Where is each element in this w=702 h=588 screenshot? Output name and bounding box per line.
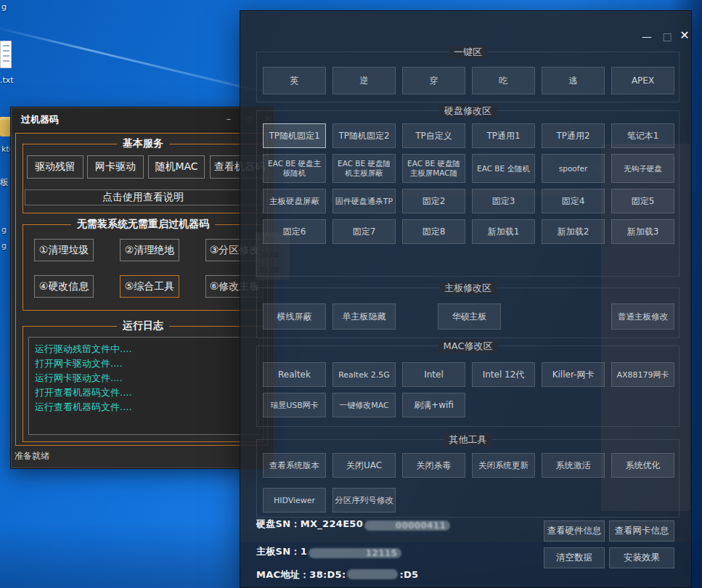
machine-code-window-title: 过机器码 <box>21 113 59 126</box>
log-line: 打开查看机器码文件.... <box>35 385 253 400</box>
group-run-log: 运行日志 运行驱动残留文件中.... 打开网卡驱动文件.... 运行网卡驱动文件… <box>23 326 264 442</box>
other-btn-sysver[interactable]: 查看系统版本 <box>263 453 326 478</box>
clean-trash-button[interactable]: ①清理垃圾 <box>34 239 94 261</box>
maximize-icon[interactable]: □ <box>658 28 676 44</box>
disk-btn-r1c5[interactable]: 无钩子硬盘 <box>611 154 674 183</box>
log-line: 运行网卡驱动文件.... <box>35 371 253 385</box>
usage-help-button[interactable]: 点击使用查看说明 <box>25 189 261 205</box>
other-btn-optimize[interactable]: 系统优化 <box>611 453 674 478</box>
mac-btn-killer[interactable]: Killer-网卡 <box>542 362 605 387</box>
random-mac-button[interactable]: 随机MAC <box>148 155 205 179</box>
minimize-icon[interactable]: — <box>638 28 656 44</box>
text-file-label[interactable]: .txt <box>0 75 14 85</box>
disk-btn-r2c0[interactable]: 主板硬盘屏蔽 <box>263 189 326 213</box>
close-icon[interactable]: ✕ <box>676 28 693 44</box>
mac-btn-wifi[interactable]: 刷满+wifi <box>402 393 465 417</box>
disk-btn-r0c3[interactable]: TP通用1 <box>472 123 535 148</box>
mac-btn-realtek25g[interactable]: Realtek 2.5G <box>332 362 396 387</box>
mac-btn-intel[interactable]: Intel <box>402 362 465 387</box>
combined-tools-button[interactable]: ⑤综合工具 <box>120 275 179 298</box>
disk-btn-r0c4[interactable]: TP通用2 <box>542 123 605 148</box>
run-log-panel[interactable]: 运行驱动残留文件中.... 打开网卡驱动文件.... 运行网卡驱动文件.... … <box>28 337 259 435</box>
other-btn-activate[interactable]: 系统激活 <box>542 453 605 478</box>
other-btn-uac[interactable]: 关闭UAC <box>332 453 396 478</box>
clear-data-button[interactable]: 清空数据 <box>544 547 605 568</box>
driver-residue-button[interactable]: 驱动残留 <box>27 155 83 179</box>
mac-address-row: MAC地址：38:D5::D5 <box>256 568 418 581</box>
mac-value: 38:D5: <box>309 569 346 580</box>
mac-redaction <box>347 569 398 579</box>
other-btn-update[interactable]: 关闭系统更新 <box>472 453 535 478</box>
section-disk-title: 硬盘修改区 <box>439 105 497 118</box>
disk-btn-r0c2[interactable]: TP自定义 <box>402 123 465 148</box>
onekey-btn-4[interactable]: 逃 <box>542 67 605 94</box>
nic-driver-button[interactable]: 网卡驱动 <box>87 155 144 179</box>
disk-btn-r0c0[interactable]: TP随机固定1 <box>263 123 326 148</box>
board-btn-1[interactable]: 单主板隐藏 <box>332 303 396 330</box>
mac-btn-onekey-mac[interactable]: 一键修改MAC <box>332 393 396 417</box>
onekey-btn-3[interactable]: 吃 <box>472 67 535 94</box>
view-nic-info-button[interactable]: 查看网卡信息 <box>609 520 674 542</box>
section-mac: MAC修改区 Realtek Realtek 2.5G Intel Intel … <box>256 346 679 427</box>
log-line: 打开网卡驱动文件.... <box>35 356 253 371</box>
disk-btn-spoofer[interactable]: spoofer <box>542 154 605 183</box>
disk-btn-r3c0[interactable]: 固定6 <box>263 219 326 244</box>
onekey-btn-2[interactable]: 穿 <box>402 67 465 94</box>
mac-btn-realtek[interactable]: Realtek <box>263 362 326 387</box>
disk-btn-r1c2[interactable]: EAC BE 硬盘随主板屏MAC随 <box>402 154 465 183</box>
log-line: 运行查看机器码文件.... <box>35 400 253 415</box>
minimize-icon[interactable]: – <box>221 111 237 127</box>
section-board-title: 主板修改区 <box>439 282 497 295</box>
onekey-btn-1[interactable]: 逆 <box>332 67 396 94</box>
other-btn-partition-sn[interactable]: 分区序列号修改 <box>332 488 396 513</box>
disk-btn-r3c3[interactable]: 新加载1 <box>472 219 535 244</box>
desktop-icon-label-g2[interactable]: g <box>1 241 7 250</box>
mac-label: MAC地址： <box>256 569 309 580</box>
disk-sn-redaction: 00000411 <box>364 520 450 531</box>
group-basic-services-title: 基本服务 <box>117 137 169 150</box>
clean-pubg-button[interactable]: ②清理绝地 <box>120 239 179 261</box>
board-btn-0[interactable]: 横线屏蔽 <box>263 303 326 330</box>
onekey-btn-0[interactable]: 英 <box>263 67 326 94</box>
disk-btn-r3c5[interactable]: 新加载3 <box>611 219 674 244</box>
disk-btn-r2c2[interactable]: 固定2 <box>402 189 465 213</box>
mac-tail: :D5 <box>399 569 418 580</box>
onekey-btn-apex[interactable]: APEX <box>611 67 674 94</box>
disk-btn-r0c5[interactable]: 笔记本1 <box>611 123 674 148</box>
desktop-icon-label-g1[interactable]: g <box>1 225 7 234</box>
disk-btn-r1c0[interactable]: EAC BE 硬盘主板随机 <box>263 154 326 183</box>
disk-btn-r3c2[interactable]: 固定8 <box>402 219 465 244</box>
machine-code-titlebar[interactable]: 过机器码 – ▫ ✕ <box>12 108 272 132</box>
board-btn-asus[interactable]: 华硕主板 <box>438 303 501 330</box>
text-file-icon[interactable] <box>0 41 12 68</box>
disk-btn-r3c1[interactable]: 固定7 <box>332 219 396 244</box>
install-effect-button[interactable]: 安装效果 <box>609 547 674 568</box>
status-text: 准备就绪 <box>15 450 49 462</box>
section-onekey-title: 一键区 <box>449 46 487 59</box>
mac-btn-intel12[interactable]: Intel 12代 <box>472 362 535 387</box>
board-sn-label: 主板SN： <box>256 546 301 557</box>
disk-btn-r1c1[interactable]: EAC BE 硬盘随机主板屏蔽 <box>332 154 396 183</box>
view-hardware-info-button[interactable]: 查看硬件信息 <box>544 520 605 542</box>
screen: g .txt kto 板 g g 过机器码 – ▫ ✕ 基本服务 驱动残留 网卡… <box>0 0 702 588</box>
section-mac-title: MAC修改区 <box>438 340 498 353</box>
board-sn-row: 主板SN：112115 <box>256 545 403 558</box>
disk-btn-r0c1[interactable]: TP随机固定2 <box>332 123 396 148</box>
disk-btn-r2c5[interactable]: 固定5 <box>611 189 674 213</box>
mac-btn-usb-nic[interactable]: 瑞昱USB网卡 <box>263 393 326 417</box>
log-line: 运行驱动残留文件中.... <box>35 342 253 356</box>
disk-btn-r2c4[interactable]: 固定4 <box>542 189 605 213</box>
mac-btn-ax88179[interactable]: AX88179网卡 <box>611 362 674 387</box>
desktop-icon-label-ban[interactable]: 板 <box>0 176 9 189</box>
hard-modify-info-button[interactable]: ④硬改信息 <box>34 275 94 298</box>
disk-btn-r1c3[interactable]: EAC BE 全随机 <box>472 154 535 183</box>
disk-btn-r2c1[interactable]: 固件硬盘通杀TP <box>332 189 396 213</box>
modifier-titlebar[interactable] <box>240 11 691 46</box>
desktop-icon-label-top[interactable]: g <box>1 2 7 12</box>
other-btn-antivirus[interactable]: 关闭杀毒 <box>402 453 465 478</box>
disk-btn-r2c3[interactable]: 固定3 <box>472 189 535 213</box>
disk-btn-r3c4[interactable]: 新加载2 <box>542 219 605 244</box>
other-btn-hidviewer[interactable]: HIDViewer <box>263 488 326 513</box>
board-btn-generic[interactable]: 普通主板修改 <box>611 303 674 330</box>
folder-icon[interactable] <box>0 117 12 136</box>
